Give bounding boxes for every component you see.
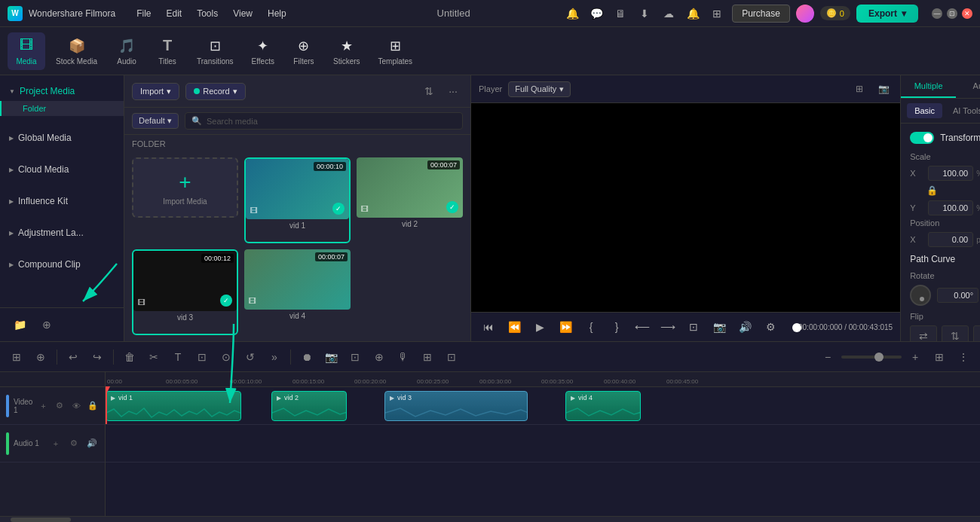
clip-vid4[interactable]: ▶ vid 4 xyxy=(565,391,641,421)
global-media-header[interactable]: ▶ Global Media xyxy=(0,128,124,148)
record-button[interactable]: Record ▾ xyxy=(185,83,245,100)
menu-file[interactable]: File xyxy=(136,8,151,19)
snapshot-icon[interactable]: 📷 xyxy=(874,80,893,98)
subtab-ai-tools[interactable]: AI Tools xyxy=(945,103,980,118)
more-right-icon[interactable]: ⋮ xyxy=(953,346,974,368)
project-media-header[interactable]: ▼ Project Media xyxy=(0,81,124,101)
notification-icon[interactable]: 🔔 xyxy=(563,5,581,23)
undo-icon[interactable]: ↩ xyxy=(63,346,84,368)
grid-icon[interactable]: ⊞ xyxy=(708,5,726,23)
smart-collection-icon[interactable]: ⊕ xyxy=(36,314,57,335)
adjustment-header[interactable]: ▶ Adjustment La... xyxy=(0,223,124,243)
step-forward-icon[interactable]: ⏩ xyxy=(556,317,575,337)
quality-dropdown[interactable]: Full Quality ▾ xyxy=(508,81,571,97)
settings-icon[interactable]: ⚙ xyxy=(761,317,780,337)
toolbar-stock-media[interactable]: 📦 Stock Media xyxy=(48,32,105,70)
text-icon[interactable]: T xyxy=(167,346,188,368)
folder-item[interactable]: Folder xyxy=(0,101,124,116)
toolbar-transitions[interactable]: ⊡ Transitions xyxy=(189,32,241,70)
scale-x-input[interactable] xyxy=(928,166,973,181)
redo-icon[interactable]: ↪ xyxy=(87,346,108,368)
toolbar-titles[interactable]: T Titles xyxy=(149,32,186,70)
export-button[interactable]: Export ▾ xyxy=(856,5,918,23)
full-screen-icon[interactable]: ⊡ xyxy=(684,317,703,337)
close-button[interactable]: ✕ xyxy=(962,8,972,19)
mark-in-icon[interactable]: { xyxy=(581,317,601,337)
toolbar-templates[interactable]: ⊞ Templates xyxy=(371,32,421,70)
video1-lock-icon[interactable]: 🔒 xyxy=(87,399,99,413)
timeline-range-icon[interactable]: ⊕ xyxy=(369,346,390,368)
tab-audio[interactable]: Audio xyxy=(956,75,980,98)
toolbar-filters[interactable]: ⊕ Filters xyxy=(285,32,323,70)
grid-tl-icon[interactable]: ⊞ xyxy=(929,346,950,368)
timeline-clip-icon[interactable]: ⊞ xyxy=(417,346,438,368)
toolbar-stickers[interactable]: ★ Stickers xyxy=(326,32,368,70)
prev-clip-icon[interactable]: ⟵ xyxy=(632,317,652,337)
scrollbar-thumb[interactable] xyxy=(11,517,71,522)
next-clip-icon[interactable]: ⟶ xyxy=(658,317,678,337)
toolbar-audio[interactable]: 🎵 Audio xyxy=(108,32,145,70)
progress-thumb[interactable] xyxy=(792,323,801,332)
rotate-input[interactable] xyxy=(937,288,978,303)
chat-icon[interactable]: 💬 xyxy=(587,5,605,23)
timeline-snap-icon[interactable]: ⊡ xyxy=(345,346,366,368)
speaker-icon[interactable]: 🔊 xyxy=(735,317,755,337)
search-box[interactable]: 🔍 Search media xyxy=(185,112,463,130)
subtab-basic[interactable]: Basic xyxy=(907,103,942,118)
influence-kit-header[interactable]: ▶ Influence Kit xyxy=(0,191,124,211)
zoom-slider[interactable] xyxy=(841,356,902,359)
rotate-dial[interactable] xyxy=(910,285,931,306)
audio1-add-icon[interactable]: + xyxy=(49,437,63,450)
clip-vid3[interactable]: ▶ vid 3 xyxy=(384,391,528,421)
link-icon[interactable]: ⊙ xyxy=(216,346,237,368)
new-folder-icon[interactable]: 📁 xyxy=(9,314,30,335)
bell-icon[interactable]: 🔔 xyxy=(684,5,702,23)
lock-icon[interactable]: 🔒 xyxy=(926,185,938,196)
menu-view[interactable]: View xyxy=(233,8,253,19)
step-back-icon[interactable]: ⏪ xyxy=(504,317,524,337)
timeline-mute-icon[interactable]: 🎙 xyxy=(393,346,414,368)
cut-icon[interactable]: ✂ xyxy=(143,346,164,368)
minimize-button[interactable]: — xyxy=(932,8,942,19)
flip-horizontal-button[interactable]: ⇄ xyxy=(910,325,937,341)
menu-tools[interactable]: Tools xyxy=(197,8,218,19)
toolbar-media[interactable]: 🎞 Media xyxy=(8,32,45,70)
maximize-button[interactable]: ⊡ xyxy=(947,8,957,19)
grid-view-icon[interactable]: ⊞ xyxy=(850,80,868,98)
menu-edit[interactable]: Edit xyxy=(167,8,182,19)
flip-h-mirror-button[interactable]: ◫ xyxy=(973,325,980,341)
compound-clip-header[interactable]: ▶ Compound Clip xyxy=(0,255,124,274)
import-media-item[interactable]: + Import Media xyxy=(132,157,238,218)
clip-vid1[interactable]: ▶ vid 1 xyxy=(106,391,241,421)
media-item-vid3[interactable]: 00:00:12 🎞 ✓ vid 3 xyxy=(132,249,238,335)
purchase-button[interactable]: Purchase xyxy=(732,5,790,23)
more-tl-icon[interactable]: » xyxy=(264,346,285,368)
audio1-mute-icon[interactable]: 🔊 xyxy=(85,437,99,450)
toolbar-effects[interactable]: ✦ Effects xyxy=(244,32,282,70)
media-item-vid2[interactable]: 00:00:07 🎞 ✓ vid 2 xyxy=(357,157,463,243)
monitor-icon[interactable]: 🖥 xyxy=(611,5,629,23)
import-button[interactable]: Import ▾ xyxy=(132,83,179,100)
mark-out-icon[interactable]: } xyxy=(607,317,626,337)
delete-icon[interactable]: 🗑 xyxy=(119,346,140,368)
more-options-icon[interactable]: ··· xyxy=(443,81,463,101)
video1-eye-icon[interactable]: 👁 xyxy=(70,399,82,413)
play-icon[interactable]: ▶ xyxy=(530,317,550,337)
pos-x-input[interactable] xyxy=(928,232,973,247)
timeline-magnet-icon[interactable]: ⊕ xyxy=(30,346,51,368)
zoom-thumb[interactable] xyxy=(874,353,884,362)
horizontal-scrollbar[interactable] xyxy=(0,516,980,522)
zoom-in-icon[interactable]: + xyxy=(905,346,926,368)
scale-y-input[interactable] xyxy=(928,200,973,215)
tab-multiple[interactable]: Multiple xyxy=(901,75,956,98)
timeline-cam-icon[interactable]: 📷 xyxy=(320,346,341,368)
zoom-out-icon[interactable]: − xyxy=(817,346,838,368)
timeline-settings-icon[interactable]: ⊞ xyxy=(6,346,27,368)
media-item-vid4[interactable]: 00:00:07 🎞 vid 4 xyxy=(244,249,351,335)
cloud-icon[interactable]: ☁ xyxy=(660,5,678,23)
cloud-media-header[interactable]: ▶ Cloud Media xyxy=(0,160,124,179)
video1-settings-icon[interactable]: ⚙ xyxy=(54,399,66,413)
crop-icon[interactable]: ⊡ xyxy=(191,346,213,368)
audio1-settings-icon[interactable]: ⚙ xyxy=(67,437,81,450)
prev-frame-icon[interactable]: ⏮ xyxy=(479,317,498,337)
